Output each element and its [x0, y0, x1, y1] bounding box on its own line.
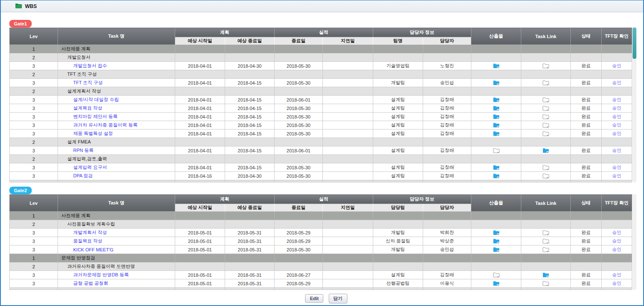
empty-cell: [521, 155, 571, 163]
empty-cell: [323, 53, 373, 62]
owner-cell: 김창래: [423, 130, 471, 138]
task-link[interactable]: 제품 특별특성 설정: [73, 131, 113, 136]
task-name-cell: 벤치마킹 제안서 등록: [58, 113, 175, 121]
tasklink-gray-folder-icon[interactable]: [542, 281, 549, 286]
owner-cell: 박희찬: [423, 229, 471, 237]
task-link[interactable]: 개발계획서 작성: [73, 230, 107, 235]
task-link[interactable]: KICK OFF MEET'G: [73, 247, 113, 252]
empty-cell: [602, 212, 632, 220]
tasklink-gray-folder-icon[interactable]: [542, 230, 549, 235]
approve-link[interactable]: 승인: [612, 148, 622, 153]
deliverable-gray-folder-icon[interactable]: [493, 272, 500, 277]
col-header-lev: Lev: [10, 28, 58, 45]
delay-cell: [323, 245, 373, 254]
tasklink-gray-folder-icon[interactable]: [542, 114, 549, 119]
tasklink-gray-folder-icon[interactable]: [542, 122, 549, 127]
deliverable-blue-folder-icon[interactable]: [493, 97, 500, 102]
deliverable-blue-folder-icon[interactable]: [493, 122, 500, 127]
tasklink-gray-folder-icon[interactable]: [542, 238, 549, 243]
approve-link[interactable]: 승인: [612, 114, 622, 119]
deliverable-blue-folder-icon[interactable]: [493, 173, 500, 178]
approve-link[interactable]: 승인: [612, 63, 622, 68]
table-row: 2설계입력,검토,출력: [10, 155, 632, 163]
empty-cell: [423, 87, 471, 96]
task-link[interactable]: 품질목표 작성: [73, 238, 102, 243]
deliverable-cell: [471, 62, 521, 70]
deliverable-blue-folder-icon[interactable]: [493, 165, 500, 170]
approve-link[interactable]: 승인: [612, 131, 622, 136]
task-link[interactable]: 과거차 유사차종 품질이력 등록: [73, 122, 138, 127]
empty-cell: [602, 288, 632, 290]
deliverable-blue-folder-icon[interactable]: [493, 105, 500, 110]
task-group-label: 설계계획서 작성: [58, 87, 175, 96]
task-link[interactable]: 설계/시작 대일정 수립: [73, 97, 119, 102]
deliverable-blue-folder-icon[interactable]: [493, 63, 500, 68]
gate1-vertical-scrollbar[interactable]: [633, 28, 636, 182]
gate2-vertical-scrollbar[interactable]: [633, 194, 636, 290]
approve-link[interactable]: 승인: [612, 230, 622, 235]
approve-link[interactable]: 승인: [612, 281, 622, 286]
col-header-plan-end: 예상 종료일: [225, 204, 275, 212]
tasklink-blue-folder-icon[interactable]: [542, 148, 549, 153]
approve-link[interactable]: 승인: [612, 272, 622, 277]
lev-cell: 1: [10, 254, 58, 262]
team-cell: 설계팀: [373, 96, 423, 104]
empty-cell: [602, 70, 632, 79]
approve-link[interactable]: 승인: [612, 122, 622, 127]
deliverable-blue-folder-icon[interactable]: [493, 247, 500, 252]
approve-link[interactable]: 승인: [612, 165, 622, 170]
owner-cell: 박상준: [423, 237, 471, 245]
task-link[interactable]: 금형 공법 공청회: [73, 281, 108, 286]
owner-cell: 김창래: [423, 271, 471, 279]
task-link[interactable]: RPN 등록: [73, 148, 94, 153]
gate1-scrollbar-thumb[interactable]: [633, 28, 636, 59]
tasklink-gray-folder-icon[interactable]: [542, 80, 549, 85]
approve-link[interactable]: 승인: [612, 238, 622, 243]
col-header-delay: 지연일: [323, 37, 373, 45]
empty-cell: [373, 288, 423, 290]
task-link[interactable]: 설계목표 작성: [73, 105, 102, 110]
tft-confirm-cell: 승인: [602, 104, 632, 113]
tasklink-gray-folder-icon[interactable]: [542, 97, 549, 102]
tft-confirm-cell: 승인: [602, 96, 632, 104]
approve-link[interactable]: 승인: [612, 80, 622, 85]
tasklink-gray-folder-icon[interactable]: [542, 247, 549, 252]
deliverable-blue-folder-icon[interactable]: [493, 114, 500, 119]
empty-cell: [423, 288, 471, 290]
close-button[interactable]: 닫기: [329, 294, 347, 303]
task-link[interactable]: 과거차문제점 반영DB 등록: [73, 272, 129, 277]
empty-cell: [571, 180, 602, 182]
deliverable-blue-folder-icon[interactable]: [493, 131, 500, 136]
task-link-cell: [521, 113, 571, 121]
team-cell: 신차 품질팀: [373, 237, 423, 245]
deliverable-blue-folder-icon[interactable]: [493, 230, 500, 235]
task-link[interactable]: DPA 점검: [73, 173, 93, 178]
lev-cell: 2: [10, 87, 58, 96]
tasklink-gray-folder-icon[interactable]: [542, 173, 549, 178]
edit-button[interactable]: Edit: [305, 294, 323, 303]
approve-link[interactable]: 승인: [612, 173, 622, 178]
tasklink-gray-folder-icon[interactable]: [542, 131, 549, 136]
approve-link[interactable]: 승인: [612, 97, 622, 102]
deliverable-blue-folder-icon[interactable]: [493, 281, 500, 286]
deliverable-blue-folder-icon[interactable]: [493, 238, 500, 243]
cutoff-row: [10, 288, 632, 290]
task-link[interactable]: 개발요청서 접수: [73, 63, 107, 68]
delay-cell: [323, 96, 373, 104]
deliverable-gray-folder-icon[interactable]: [493, 148, 500, 153]
task-link[interactable]: 벤치마킹 제안서 등록: [73, 114, 118, 119]
empty-cell: [423, 45, 471, 53]
tasklink-gray-folder-icon[interactable]: [542, 165, 549, 170]
task-link[interactable]: 설계입력 요구서: [73, 165, 107, 170]
tasklink-gray-folder-icon[interactable]: [542, 63, 549, 68]
approve-link[interactable]: 승인: [612, 105, 622, 110]
tasklink-gray-folder-icon[interactable]: [542, 105, 549, 110]
empty-cell: [225, 70, 275, 79]
approve-link[interactable]: 승인: [612, 247, 622, 252]
empty-cell: [471, 254, 521, 262]
plan-end-cell: 2018-04-30: [225, 62, 275, 70]
deliverable-blue-folder-icon[interactable]: [493, 80, 500, 85]
task-link[interactable]: TFT 조직 구성: [73, 80, 103, 85]
empty-cell: [471, 262, 521, 271]
tasklink-blue-folder-icon[interactable]: [542, 272, 549, 277]
